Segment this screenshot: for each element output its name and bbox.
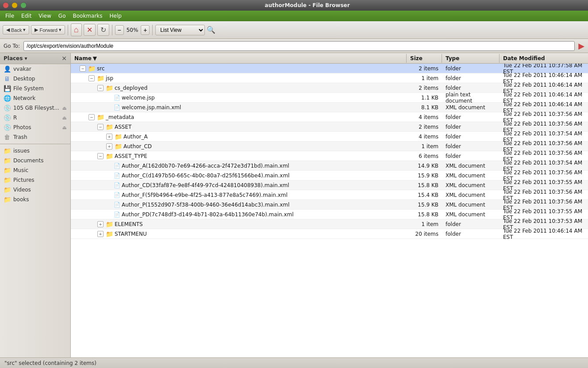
zoom-in-button[interactable]: + — [141, 25, 150, 35]
toolbar-separator-2 — [112, 25, 112, 35]
toolbar-separator-1 — [68, 25, 68, 35]
minimize-button[interactable] — [12, 2, 18, 8]
sidebar-item-music[interactable]: 📁 Music — [0, 165, 70, 175]
back-chevron-icon: ▾ — [23, 27, 26, 33]
expander-jsp[interactable]: − — [88, 75, 95, 81]
xml-file-icon: 📄 — [114, 211, 120, 218]
network-icon: 🌐 — [4, 95, 11, 102]
reload-button[interactable]: ↻ — [97, 24, 109, 36]
folder-icon: 📁 — [115, 133, 122, 140]
main-layout: Places ▾ ✕ 👤 vvakar 🖥 Desktop 💾 File Sys… — [0, 53, 588, 357]
sidebar-item-trash[interactable]: 🗑 Trash — [0, 132, 70, 142]
menu-file[interactable]: File — [2, 12, 18, 20]
sidebar-item-vvakar[interactable]: 👤 vvakar — [0, 64, 70, 74]
file-browser: Name ▼ Size Type Date Modified − 📁 src 2… — [71, 53, 588, 357]
column-name[interactable]: Name ▼ — [71, 54, 407, 63]
home-icon: ⌂ — [74, 25, 79, 34]
stop-icon: ✕ — [87, 26, 92, 34]
empty-space — [71, 239, 588, 327]
address-input[interactable] — [23, 41, 575, 51]
sidebar-close-button[interactable]: ✕ — [61, 55, 67, 62]
column-type[interactable]: Type — [442, 54, 500, 63]
videos-folder-icon: 📁 — [4, 186, 11, 193]
eject-icon-2[interactable]: ⏏ — [62, 115, 67, 121]
folder-icon: 📁 — [97, 114, 104, 121]
expander-elements[interactable]: + — [97, 221, 104, 227]
go-button[interactable]: ▶ — [578, 41, 584, 50]
folder-icon: 📁 — [88, 65, 96, 72]
sidebar-item-documents[interactable]: 📁 Documents — [0, 156, 70, 165]
sidebar-item-photos[interactable]: 💿 Photos ⏏ — [0, 123, 70, 132]
stop-button[interactable]: ✕ — [84, 24, 96, 36]
sidebar-item-network[interactable]: 🌐 Network — [0, 93, 70, 103]
zoom-out-button[interactable]: − — [115, 25, 124, 35]
sidebar-item-pictures[interactable]: 📁 Pictures — [0, 175, 70, 185]
maximize-button[interactable] — [20, 2, 27, 8]
back-button[interactable]: ◀ Back ▾ — [3, 25, 29, 34]
menu-edit[interactable]: Edit — [18, 12, 35, 20]
expander-author-a[interactable]: + — [106, 134, 112, 140]
sidebar-item-filesystem[interactable]: 💾 File System — [0, 84, 70, 93]
expander-src[interactable]: − — [80, 65, 86, 72]
menu-help[interactable]: Help — [106, 12, 125, 20]
sidebar-item-disk1[interactable]: 💿 105 GB Filesyst... ⏏ — [0, 103, 70, 113]
file-icon: 📄 — [114, 95, 120, 101]
forward-chevron-icon: ▾ — [59, 27, 61, 33]
expander-asset[interactable]: − — [97, 124, 104, 130]
books-folder-icon: 📁 — [4, 196, 11, 203]
view-mode-select[interactable]: List View Icon View Compact View — [155, 25, 205, 35]
eject-icon-3[interactable]: ⏏ — [62, 125, 67, 130]
table-row[interactable]: + 📁 STARTMENU 20 items folder Tue 22 Feb… — [71, 229, 588, 239]
goto-label: Go To: — [4, 43, 20, 49]
sidebar-item-desktop[interactable]: 🖥 Desktop — [0, 74, 70, 84]
xml-file-icon: 📄 — [114, 172, 120, 179]
search-button[interactable]: 🔍 — [207, 26, 215, 34]
photos-disk-icon: 💿 — [4, 124, 11, 131]
sort-arrow: ▼ — [93, 55, 97, 61]
reload-icon: ↻ — [100, 26, 106, 34]
home-button[interactable]: ⌂ — [71, 23, 82, 36]
sidebar-title: Places ▾ — [4, 55, 27, 61]
toolbar: ◀ Back ▾ ▶ Forward ▾ ⌂ ✕ ↻ − 50% + List … — [0, 21, 588, 39]
folder-icon: 📁 — [115, 143, 122, 150]
zoom-control: − 50% + — [115, 25, 150, 35]
expander-asset-type[interactable]: − — [97, 153, 104, 159]
sidebar-item-issues[interactable]: 📁 issues — [0, 146, 70, 156]
menubar: File Edit View Go Bookmarks Help — [0, 11, 588, 21]
column-size[interactable]: Size — [407, 54, 442, 63]
sidebar-item-videos[interactable]: 📁 Videos — [0, 185, 70, 195]
xml-file-icon: 📄 — [114, 104, 120, 111]
expander-cs_deployed[interactable]: − — [97, 85, 104, 91]
menu-view[interactable]: View — [35, 12, 54, 20]
back-arrow-icon: ◀ — [6, 27, 10, 33]
xml-file-icon: 📄 — [114, 163, 120, 169]
disk-r-icon: 💿 — [4, 114, 11, 121]
forward-button[interactable]: ▶ Forward ▾ — [31, 25, 65, 34]
folder-icon: 📁 — [106, 123, 113, 130]
user-icon: 👤 — [4, 65, 11, 73]
column-date[interactable]: Date Modified — [500, 54, 588, 63]
pictures-folder-icon: 📁 — [4, 176, 11, 184]
xml-file-icon: 📄 — [114, 182, 120, 188]
toolbar-separator-3 — [152, 25, 153, 35]
disk-icon: 💿 — [4, 104, 11, 111]
sidebar-item-disk2[interactable]: 💿 R ⏏ — [0, 113, 70, 123]
addressbar: Go To: ▶ — [0, 39, 588, 53]
desktop-icon: 🖥 — [4, 75, 11, 82]
sidebar-item-books[interactable]: 📁 books — [0, 195, 70, 204]
close-button[interactable] — [3, 2, 9, 8]
menu-go[interactable]: Go — [55, 12, 69, 20]
expander-author-cd[interactable]: + — [106, 143, 112, 150]
forward-arrow-icon: ▶ — [35, 27, 38, 33]
sidebar-header: Places ▾ ✕ — [0, 53, 70, 64]
xml-file-icon: 📄 — [114, 202, 120, 208]
statusbar: "src" selected (containing 2 items) — [0, 357, 588, 368]
menu-bookmarks[interactable]: Bookmarks — [69, 12, 106, 20]
eject-icon-1[interactable]: ⏏ — [62, 105, 67, 111]
filesystem-icon: 💾 — [4, 85, 11, 92]
expander-startmenu[interactable]: + — [97, 231, 104, 237]
expander-metadata[interactable]: − — [88, 114, 95, 120]
trash-icon: 🗑 — [4, 134, 11, 141]
sidebar: Places ▾ ✕ 👤 vvakar 🖥 Desktop 💾 File Sys… — [0, 53, 71, 357]
titlebar: authorModule - File Browser — [0, 0, 588, 11]
